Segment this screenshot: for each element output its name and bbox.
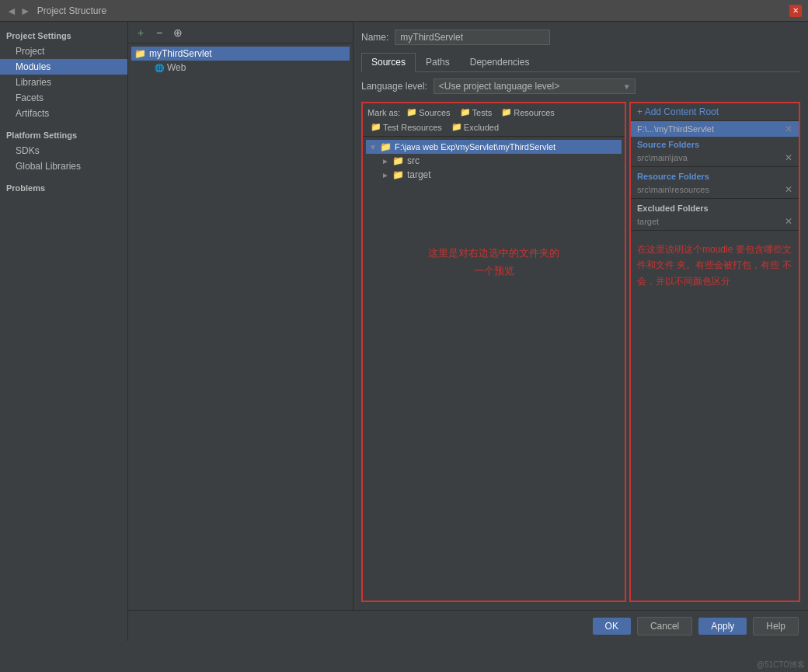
folder-src-row[interactable]: ► 📁 src bbox=[366, 154, 622, 168]
sidebar-item-sdks[interactable]: SDKs bbox=[0, 143, 127, 158]
root-path-row: F:\...\myThirdServlet ✕ bbox=[631, 121, 799, 137]
mark-tests-button[interactable]: 📁 Tests bbox=[457, 106, 496, 118]
forward-arrow[interactable]: ► bbox=[20, 5, 31, 17]
sidebar-project-settings-title[interactable]: Project Settings bbox=[0, 28, 127, 44]
add-content-root-button[interactable]: + Add Content Root bbox=[637, 106, 792, 117]
tab-sources[interactable]: Sources bbox=[361, 53, 416, 72]
module-root-label: myThirdServlet bbox=[149, 48, 212, 59]
folder-root-icon: 📁 bbox=[380, 141, 392, 152]
copy-module-button[interactable]: ⊕ bbox=[170, 25, 186, 40]
resource-folder-item: src\main\resources ✕ bbox=[631, 183, 799, 197]
module-web-item[interactable]: 🌐 Web bbox=[131, 61, 350, 75]
ok-button[interactable]: OK bbox=[593, 618, 631, 635]
source-folder-close-button[interactable]: ✕ bbox=[785, 152, 792, 163]
resource-folder-close-button[interactable]: ✕ bbox=[785, 184, 792, 195]
sidebar-item-libraries[interactable]: Libraries bbox=[0, 75, 127, 90]
title-bar: ◄ ► Project Structure ✕ bbox=[0, 0, 808, 22]
excluded-folders-header: Excluded Folders bbox=[631, 200, 799, 214]
mark-excluded-button[interactable]: 📁 Excluded bbox=[448, 121, 502, 133]
folder-root-row[interactable]: ▼ 📁 F:\java web Exp\myServlet\myThirdSer… bbox=[366, 140, 622, 154]
folder-icon: 📁 bbox=[134, 48, 146, 59]
module-tree-toolbar: + − ⊕ bbox=[128, 22, 353, 44]
apply-button[interactable]: Apply bbox=[698, 618, 747, 635]
folder-panel: Mark as: 📁 Sources 📁 Tests 📁 bbox=[361, 102, 626, 602]
module-web-label: Web bbox=[167, 62, 186, 73]
test-res-folder-icon: 📁 bbox=[371, 122, 381, 132]
resource-folder-path: src\main\resources bbox=[637, 185, 709, 194]
root-close-button[interactable]: ✕ bbox=[785, 124, 792, 134]
sidebar-problems-title[interactable]: Problems bbox=[0, 180, 127, 196]
sidebar-item-global-libraries[interactable]: Global Libraries bbox=[0, 158, 127, 174]
mark-sources-button[interactable]: 📁 Sources bbox=[403, 106, 453, 118]
cancel-button[interactable]: Cancel bbox=[637, 617, 692, 635]
folder-annotation: 这里是对右边选中的文件夹的一个预览 bbox=[366, 228, 622, 296]
sidebar-item-project[interactable]: Project bbox=[0, 44, 127, 59]
mark-test-resources-button[interactable]: 📁 Test Resources bbox=[367, 121, 445, 133]
language-label: Language level: bbox=[361, 81, 427, 92]
source-folder-item: src\main\java ✕ bbox=[631, 151, 799, 165]
watermark: @51CTO博客 bbox=[757, 660, 805, 670]
excluded-folder-close-button[interactable]: ✕ bbox=[785, 216, 792, 227]
language-select-wrapper[interactable]: <Use project language level> ▼ bbox=[434, 78, 636, 94]
mark-as-bar: Mark as: 📁 Sources 📁 Tests 📁 bbox=[363, 103, 625, 137]
excluded-folder-icon: 📁 bbox=[451, 122, 462, 132]
folder-target-row[interactable]: ► 📁 target bbox=[366, 168, 622, 182]
language-select[interactable]: <Use project language level> bbox=[434, 78, 636, 94]
folder-tree-content: ▼ 📁 F:\java web Exp\myServlet\myThirdSer… bbox=[363, 137, 625, 601]
sidebar: Project Settings Project Modules Librari… bbox=[0, 22, 128, 641]
sidebar-platform-settings-title[interactable]: Platform Settings bbox=[0, 127, 127, 143]
split-area: Mark as: 📁 Sources 📁 Tests 📁 bbox=[361, 102, 800, 602]
tabs-row: Sources Paths Dependencies bbox=[361, 53, 800, 72]
source-folder-path: src\main\java bbox=[637, 153, 688, 162]
sidebar-item-artifacts[interactable]: Artifacts bbox=[0, 106, 127, 121]
module-root-item[interactable]: 📁 myThirdServlet bbox=[131, 47, 350, 61]
back-arrow[interactable]: ◄ bbox=[6, 5, 17, 17]
tab-paths[interactable]: Paths bbox=[416, 53, 460, 71]
root-panel-header: + Add Content Root bbox=[631, 103, 799, 121]
language-row: Language level: <Use project language le… bbox=[361, 78, 800, 94]
close-button[interactable]: ✕ bbox=[789, 5, 802, 17]
target-folder-label: target bbox=[407, 169, 431, 180]
web-icon: 🌐 bbox=[155, 64, 164, 72]
help-button[interactable]: Help bbox=[753, 617, 799, 635]
target-expand-arrow: ► bbox=[381, 171, 389, 179]
root-path-text: F:\...\myThirdServlet bbox=[637, 124, 714, 134]
mark-resources-label: Resources bbox=[514, 108, 555, 117]
module-folder-tree: 📁 myThirdServlet 🌐 Web bbox=[128, 44, 353, 610]
excluded-folder-path: target bbox=[637, 217, 659, 226]
right-panel: Name: Sources Paths Dependencies Languag… bbox=[354, 22, 808, 610]
src-folder-label: src bbox=[407, 155, 420, 166]
src-expand-arrow: ► bbox=[381, 157, 389, 165]
name-row: Name: bbox=[361, 30, 800, 45]
remove-module-button[interactable]: − bbox=[152, 25, 167, 40]
sources-folder-icon: 📁 bbox=[406, 107, 417, 117]
root-panel-annotation: 在这里说明这个moudle 要包含哪些文件和文件 夹。有些会被打包，有些 不会，… bbox=[631, 232, 799, 298]
mark-tests-label: Tests bbox=[472, 108, 493, 117]
tests-folder-icon: 📁 bbox=[460, 107, 471, 117]
bottom-bar: OK Cancel Apply Help bbox=[128, 610, 808, 641]
name-input[interactable] bbox=[395, 30, 550, 45]
resources-folder-icon: 📁 bbox=[501, 107, 512, 117]
resource-folders-header: Resource Folders bbox=[631, 169, 799, 183]
tab-dependencies[interactable]: Dependencies bbox=[460, 53, 540, 71]
mark-excluded-label: Excluded bbox=[464, 123, 499, 132]
src-folder-icon: 📁 bbox=[392, 155, 404, 166]
sidebar-item-facets[interactable]: Facets bbox=[0, 90, 127, 106]
folder-root-expand-icon: ▼ bbox=[369, 143, 377, 151]
mark-sources-label: Sources bbox=[419, 108, 450, 117]
root-panel: + Add Content Root F:\...\myThirdServlet… bbox=[629, 102, 800, 602]
add-module-button[interactable]: + bbox=[133, 25, 148, 40]
excluded-folder-item: target ✕ bbox=[631, 214, 799, 228]
sidebar-item-modules[interactable]: Modules bbox=[0, 59, 127, 75]
folder-root-path: F:\java web Exp\myServlet\myThirdServlet bbox=[395, 142, 556, 151]
mark-resources-button[interactable]: 📁 Resources bbox=[498, 106, 558, 118]
window-title: Project Structure bbox=[37, 5, 789, 16]
source-folders-header: Source Folders bbox=[631, 137, 799, 151]
mark-test-res-label: Test Resources bbox=[383, 123, 442, 132]
name-label: Name: bbox=[361, 32, 388, 43]
mark-as-label: Mark as: bbox=[367, 108, 400, 117]
module-tree: + − ⊕ 📁 myThirdServlet 🌐 Web bbox=[128, 22, 354, 610]
target-folder-icon: 📁 bbox=[392, 169, 404, 180]
